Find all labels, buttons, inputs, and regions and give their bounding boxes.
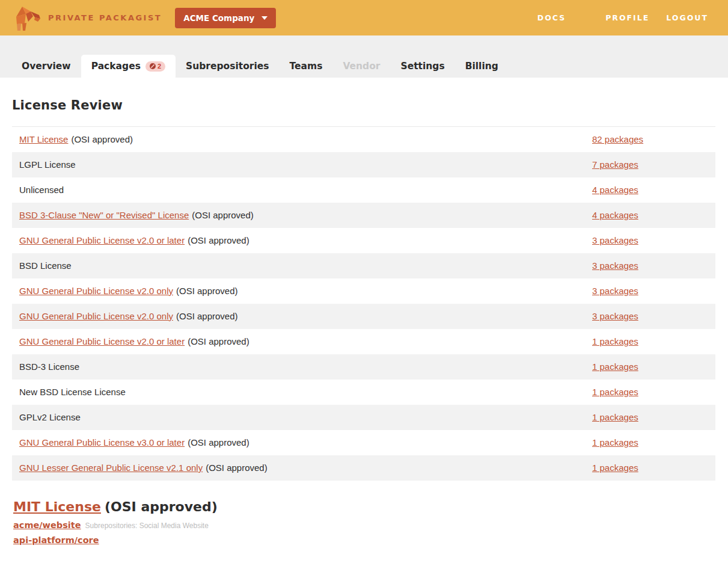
package-count-link[interactable]: 1 packages xyxy=(592,387,638,397)
table-row: BSD 3-Clause "New" or "Revised" License(… xyxy=(12,203,715,228)
table-row: GNU General Public License v2.0 or later… xyxy=(12,329,715,354)
tab-label: Teams xyxy=(290,61,323,72)
tab-vendor[interactable]: Vendor xyxy=(332,55,390,78)
license-name: Unlicensed xyxy=(19,185,64,195)
tab-label: Packages xyxy=(91,61,141,72)
license-link[interactable]: GNU Lesser General Public License v2.1 o… xyxy=(19,463,203,473)
list-item: api-platform/core xyxy=(13,535,715,545)
license-link[interactable]: GNU General Public License v3.0 or later xyxy=(19,437,185,448)
package-count-cell: 1 packages xyxy=(585,405,715,430)
table-row: New BSD License License 1 packages xyxy=(12,380,715,405)
license-link[interactable]: MIT License xyxy=(19,134,68,144)
package-list: acme/website Subrepositories: Social Med… xyxy=(13,520,715,545)
osi-approved-label: (OSI approved) xyxy=(206,463,268,473)
license-cell: GNU Lesser General Public License v2.1 o… xyxy=(12,455,585,481)
license-detail-link[interactable]: MIT License xyxy=(13,499,101,514)
package-count-link[interactable]: 4 packages xyxy=(592,185,638,195)
organization-dropdown-button[interactable]: ACME Company xyxy=(175,8,276,28)
package-count-cell: 1 packages xyxy=(585,329,715,354)
package-count-link[interactable]: 4 packages xyxy=(592,210,638,220)
package-count-link[interactable]: 1 packages xyxy=(592,463,638,473)
table-row: Unlicensed 4 packages xyxy=(12,177,715,203)
package-count-link[interactable]: 1 packages xyxy=(592,336,638,346)
package-count-cell: 3 packages xyxy=(585,278,715,304)
table-row: GNU General Public License v3.0 or later… xyxy=(12,430,715,455)
package-count-cell: 4 packages xyxy=(585,203,715,228)
license-link[interactable]: BSD 3-Clause "New" or "Revised" License xyxy=(19,210,189,220)
nav-logout[interactable]: LOGOUT xyxy=(666,13,708,22)
table-row: GNU General Public License v2.0 only(OSI… xyxy=(12,278,715,304)
package-count-link[interactable]: 1 packages xyxy=(592,361,638,372)
license-detail-section: MIT License(OSI approved) acme/website S… xyxy=(12,481,715,545)
tab-teams[interactable]: Teams xyxy=(280,55,333,78)
top-navigation: DOCSPROFILELOGOUT xyxy=(537,13,708,22)
package-count-cell: 4 packages xyxy=(585,177,715,203)
osi-approved-label: (OSI approved) xyxy=(71,134,133,144)
package-count-cell: 1 packages xyxy=(585,430,715,455)
license-cell: MIT License(OSI approved) xyxy=(12,127,585,152)
tab-billing[interactable]: Billing xyxy=(455,55,509,78)
license-cell: BSD-3 License xyxy=(12,354,585,380)
tab-label: Settings xyxy=(400,61,444,72)
tab-label: Vendor xyxy=(343,61,380,72)
package-count-link[interactable]: 3 packages xyxy=(592,286,638,296)
table-row: MIT License(OSI approved) 82 packages xyxy=(12,127,715,152)
package-link[interactable]: acme/website xyxy=(13,520,81,530)
license-cell: BSD 3-Clause "New" or "Revised" License(… xyxy=(12,203,585,228)
packagist-elephant-logo xyxy=(12,5,42,33)
license-name: LGPL License xyxy=(19,159,76,170)
tab-packages[interactable]: Packages 2 xyxy=(81,55,176,78)
license-cell: GPLv2 License xyxy=(12,405,585,430)
tab-label: Subrepositories xyxy=(186,61,269,72)
page-title: License Review xyxy=(12,78,715,112)
package-count-link[interactable]: 3 packages xyxy=(592,235,638,245)
table-row: GNU General Public License v2.0 only(OSI… xyxy=(12,304,715,329)
table-row: GNU Lesser General Public License v2.1 o… xyxy=(12,455,715,481)
package-count-link[interactable]: 3 packages xyxy=(592,311,638,321)
tab-bar: Overview Packages 2 Subrepositories Team… xyxy=(0,35,728,78)
package-count-cell: 7 packages xyxy=(585,152,715,177)
license-name: New BSD License License xyxy=(19,387,126,397)
license-review-table: MIT License(OSI approved) 82 packages LG… xyxy=(12,126,715,481)
tab-label: Billing xyxy=(465,61,498,72)
package-count-cell: 3 packages xyxy=(585,228,715,253)
table-row: LGPL License 7 packages xyxy=(12,152,715,177)
license-cell: GNU General Public License v2.0 only(OSI… xyxy=(12,304,585,329)
package-link[interactable]: api-platform/core xyxy=(13,535,99,545)
license-link[interactable]: GNU General Public License v2.0 only xyxy=(19,311,173,321)
license-link[interactable]: GNU General Public License v2.0 only xyxy=(19,286,173,296)
license-name: BSD-3 License xyxy=(19,361,79,372)
organization-name: ACME Company xyxy=(183,13,254,23)
license-link[interactable]: GNU General Public License v2.0 or later xyxy=(19,235,185,245)
license-issue-icon xyxy=(150,63,156,69)
table-row: GNU General Public License v2.0 or later… xyxy=(12,228,715,253)
package-count-link[interactable]: 82 packages xyxy=(592,134,643,144)
brand-name: PRIVATE PACKAGIST xyxy=(48,13,162,22)
license-detail-title: MIT License(OSI approved) xyxy=(13,499,715,514)
license-cell: GNU General Public License v3.0 or later… xyxy=(12,430,585,455)
osi-approved-label: (OSI approved) xyxy=(192,210,254,220)
license-cell: GNU General Public License v2.0 or later… xyxy=(12,329,585,354)
package-count-link[interactable]: 7 packages xyxy=(592,159,638,170)
osi-approved-label: (OSI approved) xyxy=(105,499,218,514)
osi-approved-label: (OSI approved) xyxy=(188,437,249,448)
license-cell: New BSD License License xyxy=(12,380,585,405)
package-count-link[interactable]: 3 packages xyxy=(592,260,638,271)
nav-docs[interactable]: DOCS xyxy=(537,13,566,22)
package-count-link[interactable]: 1 packages xyxy=(592,437,638,448)
tab-overview[interactable]: Overview xyxy=(11,55,81,78)
license-cell: Unlicensed xyxy=(12,177,585,203)
table-row: GPLv2 License 1 packages xyxy=(12,405,715,430)
tab-subrepositories[interactable]: Subrepositories xyxy=(176,55,280,78)
package-count-cell: 82 packages xyxy=(585,127,715,152)
badge-count: 2 xyxy=(158,63,161,70)
license-cell: GNU General Public License v2.0 or later… xyxy=(12,228,585,253)
tab-settings[interactable]: Settings xyxy=(390,55,454,78)
osi-approved-label: (OSI approved) xyxy=(176,311,238,321)
top-header: PRIVATE PACKAGIST ACME Company DOCSPROFI… xyxy=(0,0,728,35)
license-cell: GNU General Public License v2.0 only(OSI… xyxy=(12,278,585,304)
nav-profile[interactable]: PROFILE xyxy=(605,13,649,22)
license-link[interactable]: GNU General Public License v2.0 or later xyxy=(19,336,185,346)
package-count-link[interactable]: 1 packages xyxy=(592,412,638,422)
osi-approved-label: (OSI approved) xyxy=(188,235,249,245)
